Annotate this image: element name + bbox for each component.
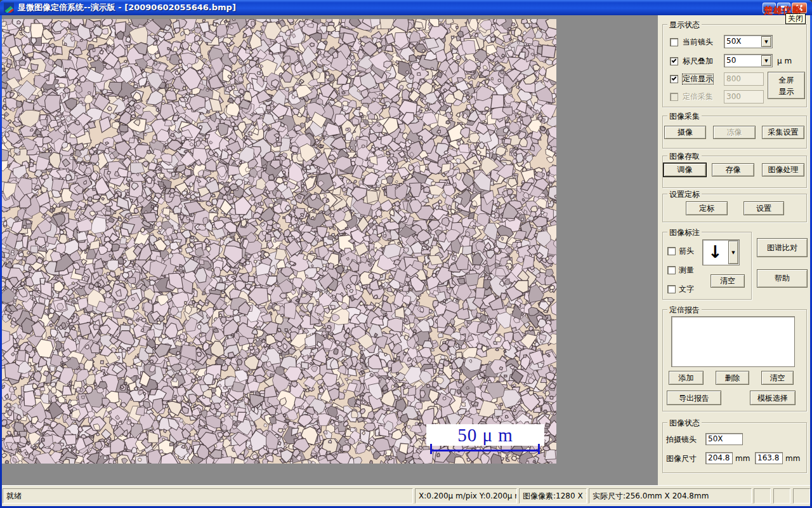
combo-scale-value-text: 50 [726, 56, 736, 65]
title-bar: 显微图像定倍系统--演示版 - [20090602055646.bmp] [0, 0, 812, 15]
lens-value-field: 50X [705, 433, 743, 445]
group-annotation-label: 图像标注 [667, 227, 702, 238]
report-clear-button[interactable]: 清空 [761, 371, 794, 385]
checkbox-current-lens[interactable] [670, 38, 678, 46]
shoot-button[interactable]: 摄像 [664, 126, 706, 139]
window-title: 显微图像定倍系统--演示版 - [20090602055646.bmp] [18, 0, 236, 15]
status-bar: 就绪 X:0.200μ m/pix Y:0.200μ m/pix 图像像素:12… [2, 485, 810, 506]
checkbox-scale-overlay-label: 标尺叠加 [683, 57, 713, 66]
checkbox-measure[interactable] [667, 266, 676, 274]
status-xy-scale: X:0.200μ m/pix Y:0.200μ m/pix [415, 488, 517, 504]
input-fixed-capture: 300 [724, 90, 764, 104]
status-image-pixels: 图像像素:1280 X 1024 [519, 488, 587, 504]
scale-bar-tick-right [538, 444, 540, 454]
checkbox-fixed-capture-label: 定倍采集 [683, 92, 713, 102]
group-display-status-label: 显示状态 [667, 20, 702, 30]
image-width-unit: mm [735, 454, 750, 464]
image-width-field: 204.8 [705, 452, 733, 464]
group-report-label: 定倍报告 [667, 305, 702, 316]
report-delete-button[interactable]: 删除 [716, 371, 749, 385]
chevron-down-icon[interactable]: ▼ [728, 241, 738, 264]
scale-unit-label: μ m [777, 57, 792, 66]
lens-label: 拍摄镜头 [666, 435, 697, 444]
input-fixed-display: 800 [724, 72, 764, 86]
close-tooltip: 关闭 [785, 13, 806, 24]
clear-annotation-button[interactable]: 清空 [710, 274, 745, 288]
calibration-settings-button[interactable]: 设置 [743, 201, 784, 215]
fullscreen-button[interactable]: 全屏 显示 [768, 72, 805, 99]
checkbox-scale-overlay[interactable] [670, 57, 678, 65]
help-button[interactable]: 帮助 [757, 269, 808, 288]
template-select-button[interactable]: 模板选择 [750, 391, 796, 405]
combo-current-lens-value: 50X [726, 37, 742, 46]
status-empty-1 [754, 488, 771, 504]
load-image-button[interactable]: 调像 [663, 163, 707, 177]
status-actual-size: 实际尺寸:256.0mm X 204.8mm [589, 488, 752, 504]
checkbox-fixed-display[interactable] [670, 75, 678, 83]
checkbox-fixed-capture [670, 93, 678, 101]
checkbox-text-label: 文字 [679, 284, 694, 294]
scale-bar-label: 50 μ m [426, 424, 544, 446]
group-image-status [662, 422, 807, 473]
chevron-down-icon[interactable]: ▼ [761, 36, 771, 47]
combo-current-lens[interactable]: 50X ▼ [724, 35, 773, 48]
image-process-button[interactable]: 图像处理 [762, 163, 804, 177]
group-image-capture-label: 图像采集 [667, 111, 702, 122]
app-icon [4, 3, 14, 13]
report-list[interactable] [671, 316, 795, 367]
image-height-field: 163.8 [755, 452, 783, 464]
combo-scale-value[interactable]: 50 ▼ [724, 54, 773, 67]
scale-bar-line [430, 450, 540, 451]
capture-settings-button[interactable]: 采集设置 [762, 126, 804, 139]
group-calibration-label: 设置定标 [667, 189, 702, 200]
save-image-button[interactable]: 存像 [712, 163, 754, 177]
report-add-button[interactable]: 添加 [669, 371, 704, 385]
image-size-label: 图像尺寸 [666, 454, 697, 464]
atlas-compare-button[interactable]: 图谱比对 [757, 238, 808, 257]
checkbox-arrow[interactable] [667, 247, 676, 255]
checkbox-arrow-label: 箭头 [679, 246, 694, 256]
arrow-style-combo[interactable]: ↓ ▼ [702, 239, 740, 265]
arrow-down-icon: ↓ [708, 241, 723, 263]
image-viewport: 50 μ m [2, 15, 658, 485]
status-empty-3 [793, 488, 810, 504]
checkbox-measure-label: 测量 [679, 265, 694, 275]
group-image-status-label: 图像状态 [667, 418, 702, 429]
checkbox-current-lens-label: 当前镜头 [683, 37, 713, 47]
application-window: 显微图像定倍系统--演示版 - [20090602055646.bmp] 楚雄仪… [0, 0, 812, 508]
micrograph-image[interactable] [2, 19, 556, 464]
image-height-unit: mm [785, 454, 800, 464]
chevron-down-icon[interactable]: ▼ [761, 55, 771, 66]
checkbox-fixed-display-label: 定倍显示 [683, 74, 713, 84]
group-image-storage-label: 图像存取 [667, 151, 702, 162]
check-icon [672, 58, 677, 63]
client-area: 50 μ m 显示状态 当前镜头 50X ▼ 标尺叠加 50 ▼ μ m 定倍显… [2, 15, 810, 506]
calibrate-button[interactable]: 定标 [686, 201, 728, 215]
export-report-button[interactable]: 导出报告 [667, 391, 721, 405]
status-ready: 就绪 [3, 488, 413, 504]
freeze-button: 冻像 [713, 126, 756, 139]
scale-bar-tick-left [430, 444, 432, 454]
checkbox-text[interactable] [667, 285, 676, 293]
check-icon [672, 76, 677, 81]
status-empty-2 [773, 488, 790, 504]
